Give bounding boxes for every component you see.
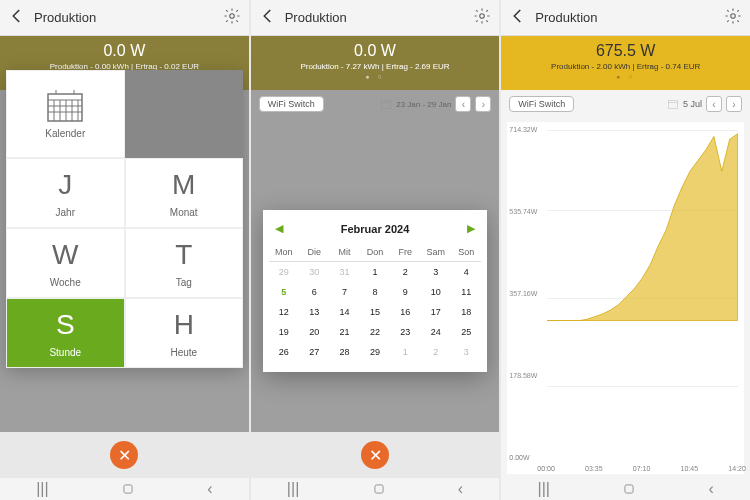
close-bar: ✕: [0, 432, 249, 478]
android-nav: ||| ‹: [251, 478, 500, 500]
calendar-day[interactable]: 22: [360, 322, 390, 342]
back-icon[interactable]: [8, 7, 26, 29]
calendar-table: MonDieMitDonFreSamSon 293031123456789101…: [269, 243, 482, 362]
svg-rect-6: [374, 485, 382, 493]
back-nav-icon[interactable]: ‹: [709, 480, 714, 498]
calendar-day[interactable]: 28: [329, 342, 359, 362]
close-bar: ✕: [251, 432, 500, 478]
calendar-day[interactable]: 24: [421, 322, 451, 342]
home-icon[interactable]: [622, 482, 636, 496]
close-button[interactable]: ✕: [110, 441, 138, 469]
wifi-switch-button[interactable]: WiFi Switch: [259, 96, 324, 112]
calendar-day[interactable]: 26: [269, 342, 299, 362]
weekday-header: Sam: [421, 243, 451, 262]
calendar-day[interactable]: 2: [421, 342, 451, 362]
recent-icon[interactable]: |||: [287, 480, 299, 498]
calendar-day[interactable]: 11: [451, 282, 481, 302]
header: Produktion: [501, 0, 750, 36]
menu-stunde[interactable]: S Stunde: [6, 298, 125, 368]
power-value: 675.5 W: [501, 42, 750, 60]
next-button[interactable]: ›: [726, 96, 742, 112]
menu-jahr[interactable]: J Jahr: [6, 158, 125, 228]
calendar-day[interactable]: 7: [329, 282, 359, 302]
next-button[interactable]: ›: [475, 96, 491, 112]
toolrow: WiFi Switch 5 Jul ‹ ›: [501, 90, 750, 118]
calendar-day[interactable]: 1: [390, 342, 420, 362]
calendar-day[interactable]: 23: [390, 322, 420, 342]
calendar-icon: [667, 98, 679, 110]
weekday-header: Son: [451, 243, 481, 262]
calendar-day[interactable]: 5: [269, 282, 299, 302]
page-title: Produktion: [535, 10, 716, 25]
page-dots: ● ○: [501, 73, 750, 80]
calendar-day[interactable]: 31: [329, 262, 359, 283]
calendar-day[interactable]: 4: [451, 262, 481, 283]
calendar-day[interactable]: 21: [329, 322, 359, 342]
calendar-day[interactable]: 2: [390, 262, 420, 283]
menu-woche[interactable]: W Woche: [6, 228, 125, 298]
back-icon[interactable]: [259, 7, 277, 29]
calendar-day[interactable]: 6: [299, 282, 329, 302]
x-tick: 03:35: [585, 465, 603, 472]
svg-rect-10: [625, 485, 633, 493]
calendar-day[interactable]: 29: [269, 262, 299, 283]
wifi-switch-button[interactable]: WiFi Switch: [509, 96, 574, 112]
page-dots: ● ○: [251, 73, 500, 80]
menu-heute[interactable]: H Heute: [125, 298, 244, 368]
x-tick: 00:00: [537, 465, 555, 472]
menu-kalender[interactable]: Kalender: [6, 70, 125, 158]
back-nav-icon[interactable]: ‹: [207, 480, 212, 498]
gear-icon[interactable]: [223, 7, 241, 29]
month-prev[interactable]: ◀: [275, 222, 283, 235]
calendar-day[interactable]: 29: [360, 342, 390, 362]
screen-calendar: Produktion 0.0 W Produktion - 7.27 kWh |…: [251, 0, 500, 500]
calendar-day[interactable]: 15: [360, 302, 390, 322]
home-icon[interactable]: [372, 482, 386, 496]
calendar-day[interactable]: 18: [451, 302, 481, 322]
back-nav-icon[interactable]: ‹: [458, 480, 463, 498]
svg-point-7: [731, 13, 736, 18]
month-next[interactable]: ▶: [467, 222, 475, 235]
y-tick: 178.58W: [509, 372, 537, 379]
calendar-day[interactable]: 3: [421, 262, 451, 283]
menu-tag[interactable]: T Tag: [125, 228, 244, 298]
calendar-day[interactable]: 27: [299, 342, 329, 362]
recent-icon[interactable]: |||: [537, 480, 549, 498]
calendar-day[interactable]: 25: [451, 322, 481, 342]
calendar-day[interactable]: 19: [269, 322, 299, 342]
calendar-day[interactable]: 10: [421, 282, 451, 302]
calendar-day[interactable]: 14: [329, 302, 359, 322]
header: Produktion: [0, 0, 249, 36]
gear-icon[interactable]: [724, 7, 742, 29]
y-tick: 0.00W: [509, 454, 529, 461]
svg-rect-5: [382, 101, 391, 109]
calendar-day[interactable]: 20: [299, 322, 329, 342]
android-nav: ||| ‹: [501, 478, 750, 500]
calendar-day[interactable]: 9: [390, 282, 420, 302]
prev-button[interactable]: ‹: [455, 96, 471, 112]
svg-rect-2: [48, 94, 82, 121]
calendar-day[interactable]: 30: [299, 262, 329, 283]
screen-period-picker: Produktion 0.0 W Produktion - 0.00 kWh |…: [0, 0, 249, 500]
page-title: Produktion: [285, 10, 466, 25]
header: Produktion: [251, 0, 500, 36]
calendar-day[interactable]: 16: [390, 302, 420, 322]
prev-button[interactable]: ‹: [706, 96, 722, 112]
gear-icon[interactable]: [473, 7, 491, 29]
menu-monat[interactable]: M Monat: [125, 158, 244, 228]
calendar-day[interactable]: 1: [360, 262, 390, 283]
calendar-day[interactable]: 3: [451, 342, 481, 362]
calendar-day[interactable]: 12: [269, 302, 299, 322]
close-button[interactable]: ✕: [361, 441, 389, 469]
power-value: 0.0 W: [0, 42, 249, 60]
home-icon[interactable]: [121, 482, 135, 496]
calendar-day[interactable]: 13: [299, 302, 329, 322]
weekday-header: Mit: [329, 243, 359, 262]
recent-icon[interactable]: |||: [36, 480, 48, 498]
calendar-day[interactable]: 8: [360, 282, 390, 302]
back-icon[interactable]: [509, 7, 527, 29]
page-title: Produktion: [34, 10, 215, 25]
svg-rect-3: [124, 485, 132, 493]
calendar-day[interactable]: 17: [421, 302, 451, 322]
power-banner: 0.0 W Produktion - 7.27 kWh | Ertrag - 2…: [251, 36, 500, 90]
